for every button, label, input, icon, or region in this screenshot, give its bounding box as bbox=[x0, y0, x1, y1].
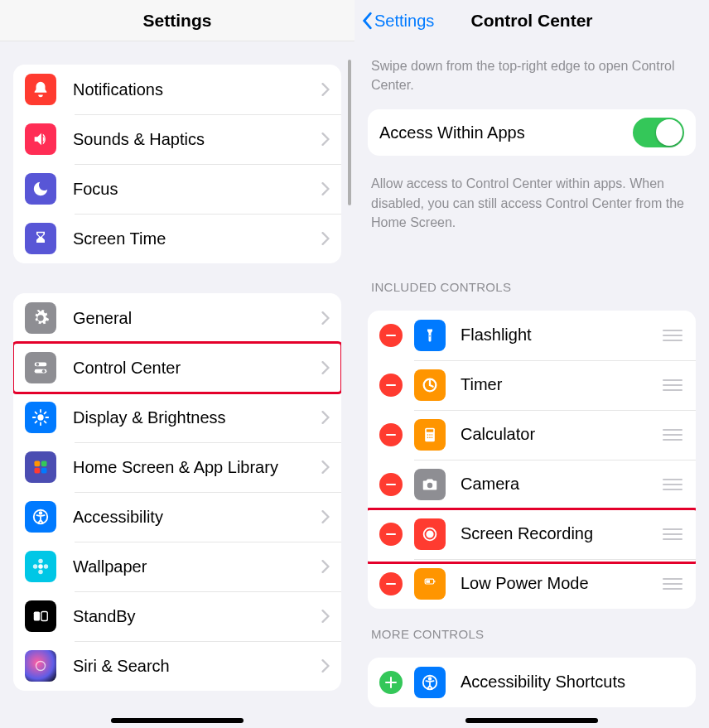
sun-icon bbox=[25, 402, 56, 433]
control-label: Timer bbox=[461, 375, 661, 394]
access-toggle[interactable] bbox=[633, 118, 684, 147]
control-center-header: Settings Control Center bbox=[354, 0, 709, 41]
svg-point-22 bbox=[33, 564, 38, 569]
chevron-right-icon bbox=[321, 411, 330, 424]
chevron-right-icon bbox=[321, 232, 330, 245]
row-control-center[interactable]: Control Center bbox=[13, 343, 341, 393]
control-label: Calculator bbox=[461, 425, 661, 444]
svg-rect-13 bbox=[35, 461, 41, 467]
row-flashlight[interactable]: Flashlight bbox=[368, 311, 696, 360]
row-label: Control Center bbox=[73, 359, 321, 378]
row-siri-search[interactable]: Siri & Search bbox=[13, 641, 341, 691]
row-sounds-haptics[interactable]: Sounds & Haptics bbox=[13, 114, 341, 164]
svg-line-9 bbox=[36, 412, 37, 414]
drag-handle[interactable] bbox=[661, 429, 684, 441]
drag-handle[interactable] bbox=[661, 379, 684, 391]
row-general[interactable]: General bbox=[13, 293, 341, 343]
svg-point-34 bbox=[429, 436, 431, 438]
chevron-right-icon bbox=[321, 510, 330, 523]
row-access-within-apps[interactable]: Access Within Apps bbox=[368, 109, 696, 156]
svg-rect-41 bbox=[434, 581, 435, 582]
row-screen-recording[interactable]: Screen Recording bbox=[368, 509, 696, 559]
drag-handle[interactable] bbox=[661, 578, 684, 590]
switches-icon bbox=[25, 352, 56, 383]
svg-point-2 bbox=[36, 363, 40, 366]
svg-rect-24 bbox=[34, 612, 40, 621]
svg-point-4 bbox=[37, 414, 43, 420]
chevron-right-icon bbox=[321, 659, 330, 673]
svg-point-26 bbox=[36, 662, 46, 671]
row-camera[interactable]: Camera bbox=[368, 460, 696, 509]
row-home-screen[interactable]: Home Screen & App Library bbox=[13, 442, 341, 492]
row-label: StandBy bbox=[73, 607, 321, 626]
row-label: General bbox=[73, 309, 321, 328]
control-label: Accessibility Shortcuts bbox=[461, 673, 684, 692]
svg-point-38 bbox=[427, 531, 432, 537]
control-center-description: Swipe down from the top-right edge to op… bbox=[354, 41, 709, 109]
settings-group-1: Notifications Sounds & Haptics Focus bbox=[13, 65, 341, 263]
drag-handle[interactable] bbox=[661, 330, 684, 341]
battery-icon bbox=[414, 568, 446, 600]
control-center-pane: Settings Control Center Swipe down from … bbox=[354, 0, 709, 728]
chevron-right-icon bbox=[321, 460, 330, 474]
speaker-icon bbox=[25, 123, 56, 155]
home-indicator[interactable] bbox=[111, 718, 244, 723]
flower-icon bbox=[25, 551, 56, 582]
row-low-power-mode[interactable]: Low Power Mode bbox=[368, 559, 696, 609]
chevron-right-icon bbox=[321, 560, 330, 573]
row-accessibility-shortcuts[interactable]: Accessibility Shortcuts bbox=[368, 658, 696, 707]
remove-button[interactable] bbox=[379, 473, 403, 496]
access-group: Access Within Apps bbox=[368, 109, 696, 156]
settings-pane: Settings Notifications Sounds & Haptics bbox=[0, 0, 354, 728]
row-timer[interactable]: Timer bbox=[368, 360, 696, 410]
row-calculator[interactable]: Calculator bbox=[368, 410, 696, 460]
row-notifications[interactable]: Notifications bbox=[13, 65, 341, 114]
remove-button[interactable] bbox=[379, 324, 403, 347]
svg-line-11 bbox=[36, 422, 37, 423]
back-button[interactable]: Settings bbox=[361, 0, 434, 41]
control-label: Flashlight bbox=[461, 325, 661, 345]
accessibility-icon bbox=[414, 667, 446, 698]
row-focus[interactable]: Focus bbox=[13, 164, 341, 214]
more-controls-group: Accessibility Shortcuts bbox=[368, 658, 696, 707]
row-label: Notifications bbox=[73, 80, 321, 99]
scrollbar[interactable] bbox=[348, 60, 351, 205]
svg-rect-14 bbox=[41, 461, 47, 467]
chevron-right-icon bbox=[321, 133, 330, 146]
row-accessibility[interactable]: Accessibility bbox=[13, 492, 341, 542]
drag-handle[interactable] bbox=[661, 528, 684, 540]
hourglass-icon bbox=[25, 223, 56, 254]
svg-point-23 bbox=[44, 564, 48, 569]
row-label: Sounds & Haptics bbox=[73, 130, 321, 149]
row-label: Wallpaper bbox=[73, 557, 321, 576]
row-standby[interactable]: StandBy bbox=[13, 591, 341, 641]
row-screen-time[interactable]: Screen Time bbox=[13, 214, 341, 263]
chevron-right-icon bbox=[321, 83, 330, 96]
grid-icon bbox=[25, 451, 56, 483]
home-indicator[interactable] bbox=[465, 718, 598, 723]
drag-handle[interactable] bbox=[661, 479, 684, 490]
remove-button[interactable] bbox=[379, 523, 403, 546]
svg-point-32 bbox=[432, 434, 433, 436]
svg-rect-29 bbox=[427, 429, 433, 431]
row-wallpaper[interactable]: Wallpaper bbox=[13, 542, 341, 591]
row-label: Siri & Search bbox=[73, 657, 321, 676]
settings-group-2: General Control Center Display & Brightn… bbox=[13, 293, 341, 691]
remove-button[interactable] bbox=[379, 423, 403, 446]
remove-button[interactable] bbox=[379, 374, 403, 397]
control-center-title: Control Center bbox=[471, 11, 593, 31]
included-controls-label: INCLUDED CONTROLS bbox=[354, 272, 709, 301]
row-display-brightness[interactable]: Display & Brightness bbox=[13, 393, 341, 442]
remove-button[interactable] bbox=[379, 572, 403, 595]
svg-point-3 bbox=[42, 369, 46, 373]
record-icon bbox=[414, 518, 446, 550]
svg-point-21 bbox=[38, 570, 43, 575]
add-button[interactable] bbox=[379, 671, 403, 694]
row-label: Display & Brightness bbox=[73, 408, 321, 427]
settings-title: Settings bbox=[0, 0, 354, 41]
svg-rect-40 bbox=[426, 580, 430, 583]
svg-point-35 bbox=[432, 436, 433, 438]
flashlight-icon bbox=[414, 320, 446, 351]
svg-point-43 bbox=[429, 677, 432, 680]
access-help-text: Allow access to Control Center within ap… bbox=[354, 166, 709, 247]
